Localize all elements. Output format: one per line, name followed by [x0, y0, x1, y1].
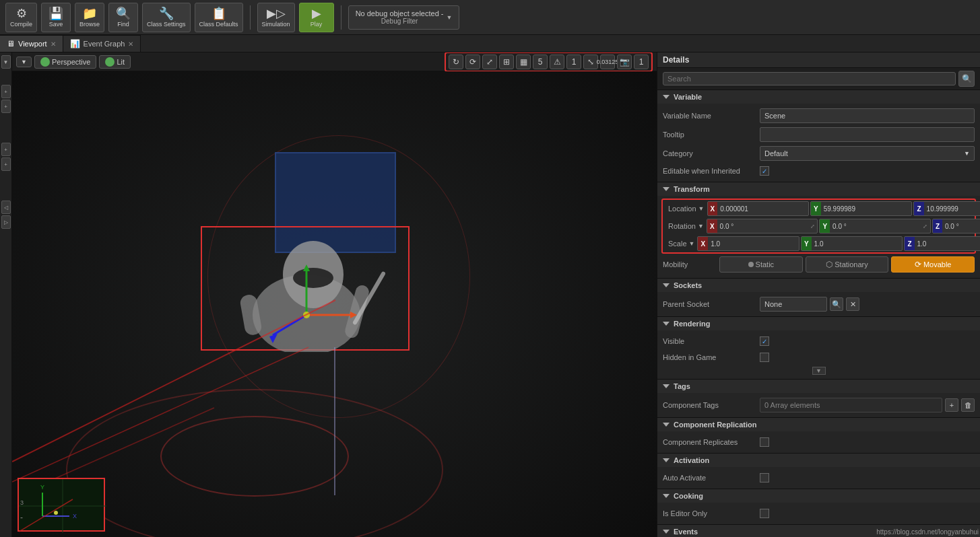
rotate-btn[interactable]: ↻	[449, 55, 463, 69]
component-tags-add-btn[interactable]: +	[945, 398, 958, 412]
visible-checkbox[interactable]	[760, 336, 769, 346]
component-replicates-checkbox[interactable]	[760, 437, 769, 447]
debug-filter-dropdown-icon: ▼	[447, 14, 453, 21]
rotation-z-input[interactable]	[942, 219, 980, 233]
sidebar-btn-5[interactable]: +	[1, 157, 11, 171]
num1-btn[interactable]: 5	[533, 55, 548, 69]
browse-button[interactable]: 📁 Browse	[75, 3, 104, 32]
transform-section-title[interactable]: Transform	[657, 182, 980, 196]
grid-btn[interactable]: ⊞	[499, 55, 514, 69]
lit-indicator	[105, 57, 115, 67]
scale-y-label: Y	[802, 237, 812, 250]
activation-section-title[interactable]: Activation	[657, 454, 980, 467]
extra-btn[interactable]: 1	[634, 55, 649, 69]
event-graph-tab-close[interactable]: ✕	[128, 40, 133, 48]
array-elements-count: 0 Array elements	[764, 401, 820, 409]
scale-btn[interactable]: ⤢	[482, 55, 497, 69]
location-x-field: X	[707, 201, 809, 216]
location-x-input[interactable]	[717, 202, 808, 215]
location-z-input[interactable]	[924, 202, 980, 215]
compile-icon: ⚙	[16, 7, 27, 20]
component-tags-delete-btn[interactable]: 🗑	[961, 398, 975, 412]
rendering-expand-btn[interactable]: ▼	[812, 367, 826, 375]
mobility-movable-button[interactable]: ⟳ Movable	[891, 256, 975, 273]
viewport-dropdown-icon: ▼	[21, 59, 27, 65]
warn-btn[interactable]: ⚠	[550, 55, 564, 69]
sidebar-btn-3[interactable]: +	[1, 100, 11, 113]
rotation-x-input[interactable]	[717, 219, 808, 233]
sockets-section: Sockets Parent Socket 🔍 ✕	[657, 279, 980, 317]
auto-activate-checkbox[interactable]	[760, 473, 769, 482]
tab-event-graph[interactable]: 📊 Event Graph ✕	[63, 35, 141, 52]
editable-inherited-checkbox[interactable]	[760, 166, 769, 176]
mini-map-minus: -	[20, 513, 23, 522]
debug-filter-button[interactable]: No debug object selected - Debug Filter …	[348, 5, 460, 30]
category-select[interactable]: Default ▼	[760, 146, 975, 161]
perspective-button[interactable]: Perspective	[34, 55, 96, 69]
cooking-section-title[interactable]: Cooking	[657, 489, 980, 503]
viewport-tab-icon: 🖥	[7, 39, 15, 48]
rotation-x-expand[interactable]: ⤢	[808, 219, 818, 233]
lit-label: Lit	[117, 58, 125, 66]
sidebar-btn-2[interactable]: +	[1, 85, 11, 98]
parent-socket-input[interactable]	[760, 297, 827, 312]
compile-label: Compile	[10, 21, 32, 28]
sockets-section-title[interactable]: Sockets	[657, 279, 980, 292]
sidebar-btn-6[interactable]: ◁	[1, 201, 11, 214]
rotation-y-input[interactable]	[830, 219, 921, 233]
rendering-section-title[interactable]: Rendering	[657, 317, 980, 330]
speed-btn[interactable]: 0.03125	[600, 55, 615, 69]
auto-activate-row: Auto Activate	[657, 470, 980, 486]
viewport-tab-close[interactable]: ✕	[51, 40, 56, 48]
hidden-in-game-checkbox[interactable]	[760, 353, 769, 362]
viewport-canvas[interactable]: X Y 3 -	[12, 71, 657, 537]
camera-btn[interactable]: 📷	[617, 55, 632, 69]
browse-label: Browse	[79, 21, 100, 28]
surface-btn[interactable]: ▦	[516, 55, 531, 69]
translate-btn[interactable]: ⟳	[465, 55, 480, 69]
location-y-input[interactable]	[821, 202, 912, 215]
search-input[interactable]	[663, 72, 956, 85]
variable-section-title[interactable]: Variable	[657, 90, 980, 104]
static-dot	[748, 262, 754, 267]
variable-name-input[interactable]	[760, 108, 975, 123]
sidebar-btn-4[interactable]: +	[1, 143, 11, 156]
location-row: Location ▼ X Y	[663, 200, 975, 217]
lit-button[interactable]: Lit	[99, 55, 131, 69]
rotation-y-expand[interactable]: ⤢	[921, 219, 930, 233]
is-editor-only-checkbox[interactable]	[760, 509, 769, 518]
mobility-static-button[interactable]: Static	[719, 256, 803, 273]
play-label: Play	[311, 21, 323, 28]
viewport-dropdown[interactable]: ▼	[16, 57, 32, 67]
details-header: Details	[657, 52, 980, 68]
debug-filter-bottom: Debug Filter	[356, 17, 444, 25]
component-replication-section-title[interactable]: Component Replication	[657, 418, 980, 431]
compile-button[interactable]: ⚙ Compile	[5, 3, 37, 32]
play-button[interactable]: ▶ Play	[299, 3, 334, 32]
parent-socket-clear-btn[interactable]: ✕	[846, 297, 859, 311]
scale-x-input[interactable]	[708, 237, 799, 250]
sidebar-btn-7[interactable]: ▷	[1, 215, 11, 229]
parent-socket-search-btn[interactable]: 🔍	[830, 297, 843, 311]
scale-z-input[interactable]	[915, 237, 980, 250]
tooltip-input[interactable]	[760, 127, 975, 142]
move-btn[interactable]: ⤡	[583, 55, 598, 69]
viewport-toolbar-highlight-group: ↻ ⟳ ⤢ ⊞ ▦ 5 ⚠ 1 ⤡ 0.03125 📷 1	[445, 52, 653, 72]
scale-xyz-group: X Y Z	[697, 236, 980, 251]
find-button[interactable]: 🔍 Find	[108, 3, 138, 32]
save-button[interactable]: 💾 Save	[41, 3, 71, 32]
class-defaults-button[interactable]: 📋 Class Defaults	[195, 3, 243, 32]
scale-y-input[interactable]	[812, 237, 903, 250]
tab-viewport[interactable]: 🖥 Viewport ✕	[0, 35, 63, 52]
angle-btn[interactable]: 1	[566, 55, 581, 69]
tags-collapse-icon	[663, 384, 669, 388]
tags-section-title[interactable]: Tags	[657, 380, 980, 393]
mobility-stationary-button[interactable]: ⬡ Stationary	[806, 256, 889, 273]
simulation-button[interactable]: ▶▷ Simulation	[257, 3, 295, 32]
class-settings-button[interactable]: 🔧 Class Settings	[142, 3, 191, 32]
rotation-xyz-group: X ⤢ Y ⤢ Z	[707, 219, 980, 234]
search-icon-button[interactable]: 🔍	[958, 71, 975, 87]
top-toolbar: ⚙ Compile 💾 Save 📁 Browse 🔍 Find 🔧 Class…	[0, 0, 980, 35]
scale-dropdown-icon: ▼	[689, 240, 695, 247]
sidebar-btn-1[interactable]: ▼	[1, 55, 11, 69]
